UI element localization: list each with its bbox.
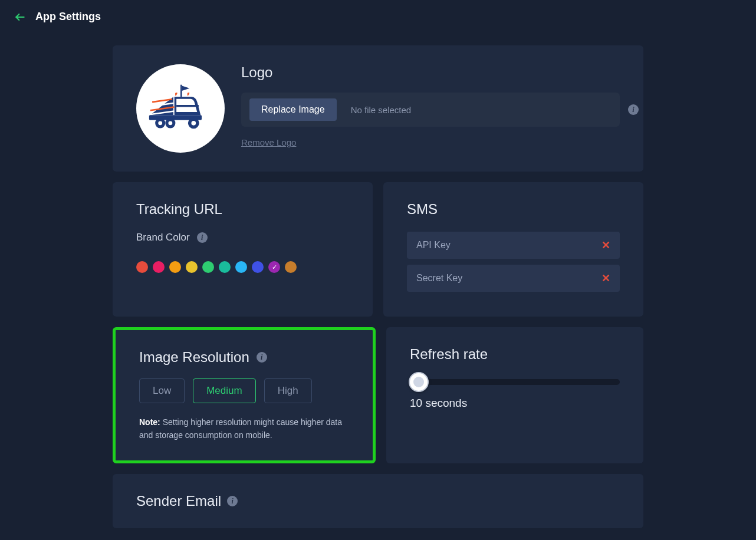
- file-status-label: No file selected: [351, 105, 612, 115]
- image-resolution-title: Image Resolution: [139, 349, 249, 366]
- resolution-note-prefix: Note:: [139, 417, 160, 427]
- page-header: App Settings: [0, 0, 756, 34]
- sms-credential-label: API Key: [416, 240, 451, 251]
- resolution-option[interactable]: High: [264, 378, 312, 403]
- svg-marker-2: [182, 85, 190, 91]
- sms-card: SMS API Key✕Secret Key✕: [383, 182, 643, 317]
- refresh-slider-thumb[interactable]: [409, 372, 429, 392]
- svg-point-13: [168, 121, 172, 125]
- sender-email-title: Sender Email: [136, 493, 221, 509]
- color-swatch[interactable]: [202, 261, 214, 273]
- sms-credential-label: Secret Key: [416, 273, 462, 284]
- replace-image-button[interactable]: Replace Image: [249, 98, 337, 121]
- resolution-note-body: Setting higher resolution might cause hi…: [139, 417, 342, 440]
- tracking-url-title: Tracking URL: [136, 201, 349, 218]
- brand-color-swatches: ✓: [136, 261, 349, 273]
- color-swatch[interactable]: [169, 261, 181, 273]
- svg-rect-3: [176, 105, 199, 107]
- logo-preview: [136, 64, 225, 153]
- color-swatch[interactable]: [153, 261, 165, 273]
- resolution-option[interactable]: Low: [139, 378, 185, 403]
- svg-point-15: [191, 121, 196, 126]
- svg-point-11: [158, 121, 162, 125]
- color-swatch[interactable]: [285, 261, 297, 273]
- sender-email-card: Sender Email i: [113, 474, 643, 528]
- image-resolution-card: Image Resolution i LowMediumHigh Note: S…: [113, 327, 376, 463]
- brand-color-text: Brand Color: [136, 232, 190, 243]
- color-swatch[interactable]: [219, 261, 231, 273]
- color-swatch[interactable]: [186, 261, 198, 273]
- back-arrow-icon[interactable]: [14, 11, 26, 23]
- logo-file-picker: Replace Image No file selected i: [241, 93, 620, 127]
- logo-section-title: Logo: [241, 64, 620, 81]
- refresh-rate-title: Refresh rate: [410, 346, 620, 363]
- info-icon[interactable]: i: [197, 232, 208, 243]
- info-icon[interactable]: i: [628, 104, 639, 115]
- page-title: App Settings: [35, 11, 101, 23]
- info-icon[interactable]: i: [227, 496, 238, 506]
- resolution-note: Note: Setting higher resolution might ca…: [139, 416, 349, 442]
- clear-icon[interactable]: ✕: [601, 272, 610, 285]
- color-swatch[interactable]: [235, 261, 247, 273]
- resolution-option[interactable]: Medium: [193, 378, 255, 403]
- svg-rect-1: [180, 85, 182, 97]
- check-icon: ✓: [272, 264, 277, 271]
- remove-logo-link[interactable]: Remove Logo: [241, 137, 296, 147]
- sms-credential-row[interactable]: Secret Key✕: [407, 265, 620, 292]
- color-swatch[interactable]: [252, 261, 264, 273]
- refresh-slider[interactable]: [410, 379, 620, 385]
- sms-title: SMS: [407, 201, 620, 218]
- color-swatch[interactable]: [136, 261, 148, 273]
- refresh-rate-card: Refresh rate 10 seconds: [386, 327, 643, 463]
- sms-credential-row[interactable]: API Key✕: [407, 232, 620, 259]
- color-swatch[interactable]: ✓: [268, 261, 280, 273]
- refresh-value-label: 10 seconds: [410, 397, 620, 410]
- clear-icon[interactable]: ✕: [601, 239, 610, 252]
- resolution-options: LowMediumHigh: [139, 378, 349, 403]
- logo-card: Logo Replace Image No file selected i Re…: [113, 45, 643, 172]
- brand-color-label: Brand Color i: [136, 232, 349, 243]
- truck-icon: [145, 79, 216, 138]
- info-icon[interactable]: i: [257, 352, 267, 363]
- tracking-url-card: Tracking URL Brand Color i ✓: [113, 182, 373, 317]
